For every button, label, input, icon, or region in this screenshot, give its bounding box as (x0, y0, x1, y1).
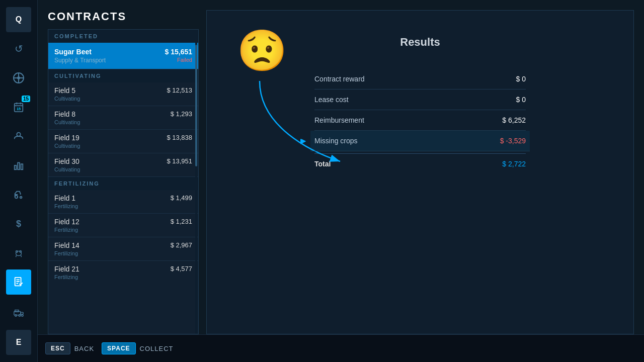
results-panel: 😟 Results Contract reward $ 0 (206, 10, 634, 334)
sidebar-item-steering[interactable] (6, 65, 31, 90)
list-item[interactable]: Field 8 Cultivating $ 1,293 (48, 106, 198, 130)
list-item[interactable]: Field 5 Cultivating $ 12,513 (48, 82, 198, 106)
contracts-list: COMPLETED Sugar Beet $ 15,651 Supply & T… (48, 29, 199, 334)
svg-point-29 (19, 315, 21, 317)
field-amount: $ 13,951 (167, 157, 192, 165)
contract-sub: Supply & Transport (54, 57, 106, 64)
results-value: $ 6,252 (502, 116, 526, 124)
svg-text:15: 15 (17, 107, 21, 111)
contracts-panel: CONTRACTS COMPLETED Sugar Beet $ 15,651 … (48, 10, 199, 334)
list-item[interactable]: Field 30 Cultivating $ 13,951 (48, 153, 198, 177)
sidebar-item-animal[interactable] (6, 240, 31, 265)
list-item[interactable]: Field 19 Cultivating $ 13,838 (48, 130, 198, 153)
field-amount: $ 13,838 (167, 134, 192, 141)
scroll-thumb (195, 45, 197, 166)
svg-rect-12 (15, 165, 17, 169)
sidebar-item-calendar[interactable]: 15 15 (6, 95, 31, 120)
scroll-indicator (195, 30, 197, 334)
field-amount: $ 2,967 (171, 241, 192, 249)
svg-line-21 (21, 255, 22, 257)
svg-rect-27 (15, 310, 19, 312)
back-label: BACK (74, 345, 94, 352)
contract-status: Failed (177, 57, 192, 63)
field-sub: Cultivating (54, 119, 80, 125)
sidebar-item-q[interactable]: Q (6, 7, 31, 32)
main-content: CONTRACTS COMPLETED Sugar Beet $ 15,651 … (38, 0, 644, 362)
section-header-completed: COMPLETED (48, 30, 198, 43)
field-amount: $ 12,513 (167, 86, 192, 94)
contract-amount: $ 15,651 (165, 48, 193, 56)
field-name: Field 30 (54, 157, 80, 165)
field-sub: Fertilizing (54, 203, 78, 209)
svg-rect-30 (21, 312, 23, 314)
results-row-lease-cost: Lease cost $ 0 (314, 89, 526, 110)
results-label: Missing crops (314, 137, 358, 145)
sidebar-item-contracts[interactable] (6, 269, 31, 295)
results-value: $ 0 (516, 96, 526, 104)
results-label: Contract reward (314, 75, 365, 83)
svg-line-20 (16, 255, 17, 257)
field-name: Field 12 (54, 218, 79, 226)
list-item[interactable]: Field 14 Fertilizing $ 2,967 (48, 237, 198, 261)
field-name: Field 19 (54, 134, 80, 142)
emoji-container: 😟 (237, 31, 287, 71)
results-label: Reimbursement (314, 116, 364, 124)
collect-button[interactable]: SPACE COLLECT (102, 342, 173, 354)
section-header-cultivating: CULTIVATING (48, 69, 198, 82)
sidebar-item-stats[interactable] (6, 153, 31, 178)
svg-point-16 (20, 197, 22, 199)
sidebar-item-vehicle[interactable] (6, 301, 31, 326)
page-title: CONTRACTS (48, 10, 199, 23)
field-sub: Fertilizing (54, 250, 79, 256)
contract-name: Sugar Beet (54, 48, 92, 56)
sidebar-item-refresh[interactable]: ↺ (6, 36, 31, 61)
list-item[interactable]: Field 12 Fertilizing $ 1,231 (48, 214, 198, 237)
calendar-badge: 15 (22, 96, 30, 102)
svg-point-28 (15, 315, 17, 317)
results-title: Results (400, 36, 440, 49)
field-name: Field 14 (54, 241, 79, 249)
results-row-missing-crops: ▶ Missing crops $ -3,529 (310, 131, 530, 151)
field-name: Field 1 (54, 194, 78, 202)
list-item[interactable]: Field 1 Fertilizing $ 1,499 (48, 190, 198, 214)
sidebar: Q ↺ 15 15 $ E (0, 0, 38, 362)
results-label: Lease cost (314, 96, 349, 104)
field-sub: Fertilizing (54, 274, 79, 280)
sidebar-item-weather[interactable] (6, 124, 31, 149)
field-amount: $ 1,499 (171, 194, 192, 202)
svg-point-1 (17, 76, 20, 79)
field-sub: Cultivating (54, 143, 80, 149)
contract-item-sugar-beet[interactable]: Sugar Beet $ 15,651 Supply & Transport F… (48, 43, 198, 69)
field-name: Field 8 (54, 110, 80, 118)
top-area: CONTRACTS COMPLETED Sugar Beet $ 15,651 … (38, 0, 644, 334)
space-key: SPACE (102, 342, 135, 354)
back-button[interactable]: ESC BACK (45, 342, 94, 354)
collect-label: COLLECT (140, 345, 174, 352)
sidebar-item-e[interactable]: E (6, 330, 31, 355)
field-sub: Cultivating (54, 166, 80, 172)
svg-point-31 (22, 315, 24, 317)
field-sub: Fertilizing (54, 227, 79, 233)
svg-point-11 (17, 133, 20, 136)
results-value-total: $ 2,722 (502, 160, 526, 168)
field-name: Field 5 (54, 86, 80, 95)
sidebar-item-tractor[interactable] (6, 182, 31, 207)
field-amount: $ 4,577 (171, 265, 192, 273)
field-amount: $ 1,231 (171, 218, 192, 225)
svg-point-17 (16, 251, 22, 255)
svg-rect-14 (21, 164, 23, 169)
results-emoji: 😟 (237, 31, 287, 71)
sidebar-item-money[interactable]: $ (6, 211, 31, 236)
results-value: $ 0 (516, 75, 526, 83)
results-row-contract-reward: Contract reward $ 0 (314, 69, 526, 89)
results-row-reimbursement: Reimbursement $ 6,252 (314, 110, 526, 131)
field-name: Field 21 (54, 265, 79, 273)
bottom-bar: ESC BACK SPACE COLLECT (38, 334, 644, 362)
results-table: Contract reward $ 0 Lease cost $ 0 Reimb… (314, 69, 526, 174)
field-amount: $ 1,293 (171, 110, 192, 118)
field-sub: Cultivating (54, 96, 80, 102)
list-item[interactable]: Field 21 Fertilizing $ 4,577 (48, 261, 198, 284)
esc-key: ESC (45, 342, 70, 354)
results-row-total: Total $ 2,722 (314, 153, 526, 174)
results-label-total: Total (314, 160, 331, 168)
